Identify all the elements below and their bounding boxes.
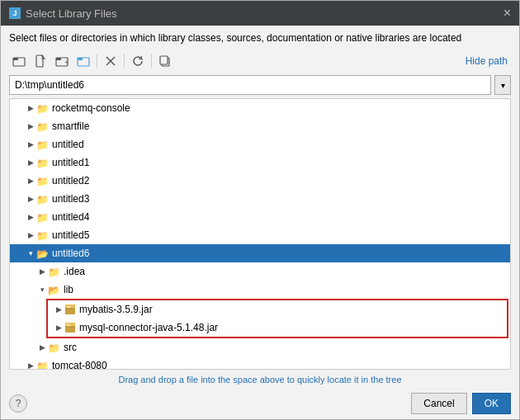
copy-button[interactable] (155, 52, 175, 70)
cancel-button[interactable]: Cancel (411, 393, 466, 414)
dialog: J Select Library Files × Select files or… (0, 0, 520, 420)
list-item[interactable]: ▶ smartfile (10, 117, 510, 135)
delete-button[interactable] (101, 52, 121, 70)
ok-button[interactable]: OK (472, 393, 511, 414)
close-button[interactable]: × (503, 7, 511, 20)
folder-open-icon (36, 248, 49, 260)
list-item[interactable]: ▶ untitled1 (10, 153, 510, 172)
list-item[interactable]: ▶ mysql-connector-java-5.1.48.jar (48, 319, 507, 337)
item-label: untitled5 (52, 229, 89, 241)
list-item[interactable]: ▾ untitled6 (10, 244, 510, 262)
item-label: untitled2 (52, 175, 89, 186)
item-label: mysql-connector-java-5.1.48.jar (79, 322, 218, 333)
expand-toggle: ▶ (25, 175, 36, 186)
title-bar: J Select Library Files × (1, 1, 519, 26)
dialog-title: Select Library Files (26, 7, 117, 20)
svg-rect-1 (13, 58, 18, 60)
folder-icon (36, 157, 49, 169)
expand-toggle: ▾ (25, 248, 36, 259)
svg-rect-19 (67, 324, 70, 326)
expand-toggle: ▶ (25, 229, 36, 241)
folder-icon (36, 102, 49, 115)
folder-icon (48, 266, 60, 278)
expand-toggle: ▶ (25, 211, 36, 223)
list-item[interactable]: ▶ untitled5 (10, 226, 510, 244)
list-item[interactable]: ▶ untitled3 (10, 190, 510, 208)
list-item[interactable]: ▶ mybatis-3.5.9.jar (48, 300, 507, 319)
expand-toggle: ▶ (25, 360, 36, 370)
expand-toggle: ▾ (36, 284, 48, 295)
svg-rect-15 (67, 306, 70, 308)
drag-hint: Drag and drop a file into the space abov… (1, 371, 519, 388)
item-label: mybatis-3.5.9.jar (79, 304, 153, 315)
highlighted-jar-section: ▶ mybatis-3.5.9.jar ▶ (46, 299, 508, 338)
item-label: tomcat-8080 (52, 360, 107, 370)
list-item[interactable]: ▶ untitled2 (10, 172, 510, 190)
item-label: rocketmq-console (52, 102, 130, 114)
add-folder-button[interactable] (9, 52, 29, 70)
expand-toggle: ▶ (36, 342, 48, 353)
item-label: untitled1 (52, 157, 89, 168)
item-label: untitled6 (52, 248, 89, 259)
separator-1 (97, 54, 97, 68)
folder-icon (36, 175, 49, 187)
hide-path-button[interactable]: Hide path (462, 54, 511, 68)
toolbar: + Hide path (1, 49, 519, 73)
list-item[interactable]: ▾ lib (10, 281, 510, 299)
svg-rect-11 (160, 56, 168, 64)
app-icon: J (9, 7, 21, 19)
item-label: src (64, 342, 77, 353)
file-tree[interactable]: ▶ rocketmq-console ▶ smartfile ▶ untitle… (9, 98, 511, 370)
new-folder-button[interactable]: + (52, 52, 72, 70)
item-label: untitled3 (52, 193, 89, 205)
title-bar-left: J Select Library Files (9, 7, 117, 20)
item-label: .idea (64, 266, 85, 277)
expand-toggle: ▶ (25, 139, 36, 150)
expand-toggle: ▶ (25, 120, 36, 132)
expand-toggle: ▶ (53, 322, 64, 333)
expand-toggle: ▶ (25, 157, 36, 168)
description-text: Select files or directories in which lib… (1, 26, 519, 49)
item-label: untitled4 (52, 211, 89, 223)
folder-icon (36, 229, 49, 242)
item-label: untitled (52, 139, 84, 150)
svg-rect-2 (36, 55, 43, 67)
folder-icon (48, 342, 60, 354)
jar-icon (64, 322, 76, 333)
jar-icon (64, 304, 76, 315)
list-item[interactable]: ▶ src (10, 338, 510, 356)
expand-toggle: ▶ (36, 266, 48, 277)
svg-rect-4 (56, 58, 61, 60)
expand-toggle: ▶ (53, 304, 64, 315)
path-input[interactable] (9, 75, 491, 95)
help-button[interactable]: ? (9, 394, 27, 413)
svg-rect-7 (78, 58, 83, 60)
folder-icon (36, 211, 49, 224)
expand-toggle: ▶ (25, 193, 36, 205)
folder-icon (36, 120, 49, 133)
refresh-button[interactable] (128, 52, 148, 70)
separator-2 (124, 54, 125, 68)
list-item[interactable]: ▶ rocketmq-console (10, 99, 510, 117)
list-item[interactable]: ▶ untitled (10, 135, 510, 153)
list-item[interactable]: ▶ .idea (10, 262, 510, 281)
path-dropdown-button[interactable]: ▾ (494, 75, 511, 95)
item-label: smartfile (52, 120, 89, 132)
list-item[interactable]: ▶ untitled4 (10, 208, 510, 226)
folder-icon (36, 360, 49, 370)
list-item[interactable]: ▶ tomcat-8080 (10, 356, 510, 370)
svg-text:+: + (64, 59, 69, 66)
item-label: lib (64, 284, 73, 295)
path-row: ▾ (1, 73, 519, 97)
folder-icon (36, 139, 49, 151)
expand-toggle: ▶ (25, 102, 36, 114)
footer: ? Cancel OK (1, 388, 519, 419)
footer-left: ? (9, 394, 27, 413)
folder-open-icon (48, 284, 60, 296)
separator-3 (151, 54, 152, 68)
folder-icon (36, 193, 49, 205)
add-file-button[interactable] (31, 52, 50, 70)
expand-button[interactable] (73, 52, 93, 70)
